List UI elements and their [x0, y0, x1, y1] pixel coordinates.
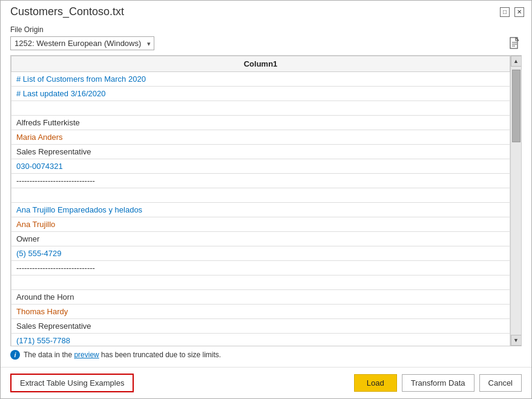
table-cell: Ana Trujillo Emparedados y helados — [11, 203, 510, 217]
scroll-track[interactable] — [511, 67, 522, 335]
table-cell: ------------------------------ — [11, 174, 510, 188]
scroll-up-button[interactable]: ▲ — [511, 56, 522, 67]
footer: Extract Table Using Examples Load Transf… — [1, 367, 531, 398]
load-button[interactable]: Load — [354, 374, 397, 392]
table-cell: Thomas Hardy — [11, 305, 510, 319]
table-cell: Sales Representative — [11, 145, 510, 159]
table-row: (171) 555-7788 — [11, 334, 510, 346]
table-row: (5) 555-4729 — [11, 246, 510, 261]
window-controls: □ ✕ — [500, 7, 524, 17]
table-cell: (5) 555-4729 — [11, 246, 510, 261]
svg-rect-0 — [510, 38, 517, 48]
column-header: Column1 — [11, 56, 510, 72]
table-scroll[interactable]: Column1 # List of Customers from March 2… — [11, 56, 510, 346]
info-icon: i — [10, 350, 20, 360]
extract-table-button[interactable]: Extract Table Using Examples — [10, 374, 134, 392]
table-row — [11, 275, 510, 290]
file-origin-select-wrapper: 1252: Western European (Windows) — [10, 36, 154, 50]
file-origin-select[interactable]: 1252: Western European (Windows) — [10, 36, 154, 50]
origin-row: 1252: Western European (Windows) — [10, 36, 522, 50]
info-bar: i The data in the preview has been trunc… — [10, 346, 522, 362]
table-row: ------------------------------ — [11, 174, 510, 188]
content-area: File Origin 1252: Western European (Wind… — [1, 21, 531, 367]
main-dialog: Customers_Contoso.txt □ ✕ File Origin 12… — [0, 0, 532, 399]
table-row: Owner — [11, 232, 510, 246]
table-row: Alfreds Futterkiste — [11, 116, 510, 130]
info-message: The data in the preview has been truncat… — [24, 351, 221, 359]
scroll-thumb[interactable] — [512, 70, 521, 142]
minimize-button[interactable]: □ — [500, 7, 510, 17]
data-table: Column1 # List of Customers from March 2… — [11, 56, 510, 346]
preview-link[interactable]: preview — [74, 351, 99, 359]
table-cell — [11, 101, 510, 116]
table-row — [11, 101, 510, 116]
table-row — [11, 188, 510, 203]
table-cell: Owner — [11, 232, 510, 246]
info-prefix: The data in the — [24, 351, 74, 359]
table-row: Ana Trujillo Emparedados y helados — [11, 203, 510, 217]
scrollbar: ▲ ▼ — [510, 56, 521, 346]
table-cell: Ana Trujillo — [11, 217, 510, 232]
table-cell: (171) 555-7788 — [11, 334, 510, 346]
table-row: # List of Customers from March 2020 — [11, 72, 510, 87]
transform-data-button[interactable]: Transform Data — [402, 374, 475, 392]
table-cell: Alfreds Futterkiste — [11, 116, 510, 130]
scroll-down-button[interactable]: ▼ — [511, 335, 522, 346]
file-icon[interactable] — [508, 37, 522, 50]
table-cell: # Last updated 3/16/2020 — [11, 87, 510, 101]
table-row: Around the Horn — [11, 290, 510, 305]
table-row: Sales Representative — [11, 145, 510, 159]
dialog-title: Customers_Contoso.txt — [10, 5, 124, 18]
cancel-button[interactable]: Cancel — [479, 374, 522, 392]
table-cell: 030-0074321 — [11, 159, 510, 174]
table-cell: Sales Representative — [11, 319, 510, 334]
table-cell: Around the Horn — [11, 290, 510, 305]
info-suffix: has been truncated due to size limits. — [99, 351, 221, 359]
file-origin-label: File Origin — [10, 25, 522, 34]
table-row: # Last updated 3/16/2020 — [11, 87, 510, 101]
table-wrapper: Column1 # List of Customers from March 2… — [10, 55, 522, 346]
table-row: ------------------------------ — [11, 261, 510, 275]
table-row: Thomas Hardy — [11, 305, 510, 319]
title-bar: Customers_Contoso.txt □ ✕ — [1, 1, 531, 21]
table-cell: # List of Customers from March 2020 — [11, 72, 510, 87]
close-button[interactable]: ✕ — [514, 7, 524, 17]
table-cell: Maria Anders — [11, 130, 510, 145]
table-cell — [11, 188, 510, 203]
table-row: Ana Trujillo — [11, 217, 510, 232]
table-row: Maria Anders — [11, 130, 510, 145]
table-row: Sales Representative — [11, 319, 510, 334]
table-cell — [11, 275, 510, 290]
footer-right-buttons: Load Transform Data Cancel — [354, 374, 522, 392]
table-cell: ------------------------------ — [11, 261, 510, 275]
table-row: 030-0074321 — [11, 159, 510, 174]
